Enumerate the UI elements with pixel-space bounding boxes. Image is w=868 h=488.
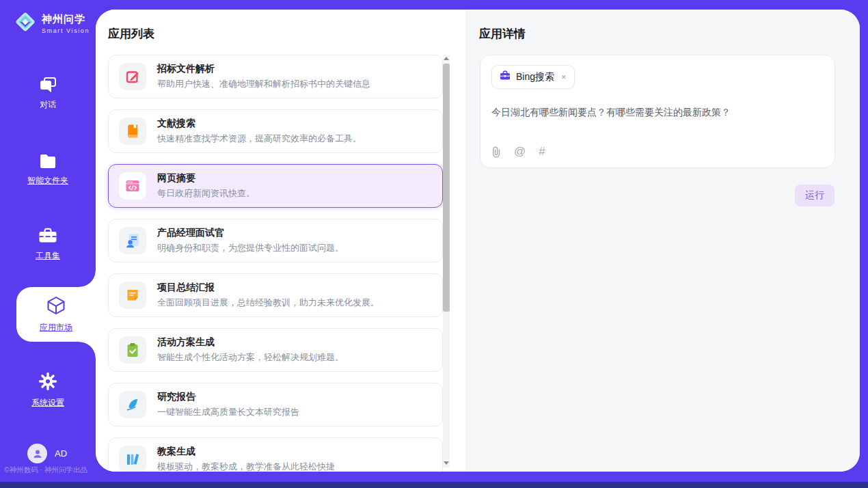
report-note-icon [119,282,146,309]
user-account[interactable]: AD [27,444,67,463]
copyright-footer: ©神州数码 · 神州问学出品 [0,465,103,475]
sidebar-item-label: 系统设置 [0,397,96,409]
research-icon [119,391,146,418]
chat-icon [39,75,57,94]
sidebar-item-smart-folder[interactable]: 智能文件夹 [0,152,96,187]
app-card-title: 研究报告 [157,391,299,403]
scrollbar-up-arrow-icon[interactable] [443,55,450,62]
user-name: AD [55,448,67,459]
tool-chip-label: Bing搜索 [516,71,554,83]
chip-close-icon[interactable]: × [561,72,567,82]
books-icon [119,446,146,472]
app-card-title: 教案生成 [157,446,335,458]
app-card[interactable]: 产品经理面试官明确身份和职责，为您提供专业性的面试问题。 [108,219,443,262]
app-list: 招标文件解析帮助用户快速、准确地理解和解析招标书中的关键信息文献搜索快速精准查找… [108,55,443,472]
app-card[interactable]: 研究报告一键智能生成高质量长文本研究报告 [108,383,443,426]
app-card[interactable]: 项目总结汇报全面回顾项目进展，总结经验教训，助力未来优化发展。 [108,273,443,317]
app-list-panel: 应用列表 招标文件解析帮助用户快速、准确地理解和解析招标书中的关键信息文献搜索快… [96,10,465,472]
tool-chip-bing-search[interactable]: Bing搜索 × [491,65,575,89]
app-card-description: 帮助用户快速、准确地理解和解析招标书中的关键信息 [157,78,370,90]
cube-icon [46,296,66,315]
logo-diamond-icon [14,10,37,36]
app-card-title: 产品经理面试官 [157,227,344,239]
app-card-description: 全面回顾项目进展，总结经验教训，助力未来优化发展。 [157,297,379,309]
composer-toolbar: @ # [491,145,824,159]
sidebar-item-label: 智能文件夹 [0,175,96,187]
main-content: 应用列表 招标文件解析帮助用户快速、准确地理解和解析招标书中的关键信息文献搜索快… [96,10,860,472]
active-nav-notch-bottom [79,342,96,358]
app-card-description: 一键智能生成高质量长文本研究报告 [157,406,299,418]
book-icon [119,118,146,145]
sidebar-item-app-market[interactable]: 应用市场 [16,296,96,334]
app-card-title: 活动方案生成 [157,336,344,349]
app-card-description: 模板驱动，教案秒成，教学准备从此轻松快捷 [157,461,335,472]
toolbox-icon [38,226,57,245]
app-card[interactable]: 网页摘要每日政府新闻资讯快查。 [108,164,443,208]
paperclip-icon[interactable] [491,146,501,158]
sidebar-item-label: 对话 [0,99,96,111]
app-card-description: 每日政府新闻资讯快查。 [157,187,255,200]
sidebar-item-settings[interactable]: 系统设置 [0,372,96,409]
sidebar-item-label: 工具集 [0,250,96,262]
web-code-icon [119,172,146,200]
app-card-description: 智能生成个性化活动方案，轻松解决规划难题。 [157,351,344,364]
app-detail-title: 应用详情 [479,26,526,42]
bottom-strip [0,482,868,488]
composer-card: Bing搜索 × 今日湖北有哪些新闻要点？有哪些需要关注的最新政策？ @ # [480,55,835,168]
edit-doc-icon [119,63,146,90]
at-icon[interactable]: @ [514,145,526,159]
sidebar-item-toolkit[interactable]: 工具集 [0,226,96,262]
app-detail-panel: 应用详情 Bing搜索 × 今日湖北有哪些新闻要点？有哪些需要关注的最新政策？ [465,10,860,472]
app-card-title: 招标文件解析 [157,63,370,75]
app-card-description: 明确身份和职责，为您提供专业性的面试问题。 [157,242,344,254]
app-card-title: 网页摘要 [157,172,255,185]
interview-icon [119,227,146,254]
sidebar-item-chat[interactable]: 对话 [0,75,96,111]
app-card-title: 项目总结汇报 [157,282,379,294]
active-nav-notch-top [79,271,96,287]
query-input[interactable]: 今日湖北有哪些新闻要点？有哪些需要关注的最新政策？ [491,106,824,120]
app-card[interactable]: 教案生成模板驱动，教案秒成，教学准备从此轻松快捷 [108,437,443,472]
hash-icon[interactable]: # [539,145,545,159]
app-card-title: 文献搜索 [157,118,362,130]
briefcase-icon [500,70,511,83]
sidebar: 神州问学 Smart Vision 对话智能文件夹工具集应用市场系统设置 AD … [0,0,96,482]
app-list-title: 应用列表 [108,26,154,42]
sidebar-item-label: 应用市场 [16,322,96,334]
scrollbar-thumb[interactable] [443,64,450,312]
app-logo: 神州问学 Smart Vision [14,10,90,36]
app-list-scrollbar[interactable] [443,55,450,467]
user-avatar-icon [27,444,47,463]
logo-subtitle: Smart Vision [42,27,90,34]
gear-icon [38,372,57,391]
app-card[interactable]: 活动方案生成智能生成个性化活动方案，轻松解决规划难题。 [108,328,443,372]
run-button[interactable]: 运行 [795,185,835,206]
scrollbar-down-arrow-icon[interactable] [443,460,450,467]
app-card[interactable]: 招标文件解析帮助用户快速、准确地理解和解析招标书中的关键信息 [108,55,443,98]
folder-icon [39,152,57,171]
clipboard-check-icon [119,336,146,364]
logo-title: 神州问学 [42,13,90,26]
app-card-description: 快速精准查找学术资源，提高研究效率的必备工具。 [157,133,362,145]
app-card[interactable]: 文献搜索快速精准查找学术资源，提高研究效率的必备工具。 [108,109,443,153]
